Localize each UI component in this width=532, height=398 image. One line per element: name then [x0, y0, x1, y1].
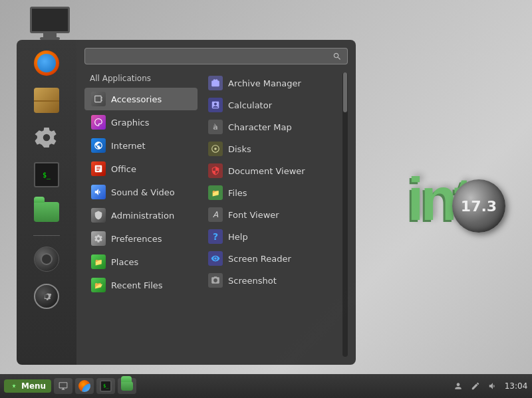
terminal-icon: $_ — [34, 162, 59, 187]
gear-icon — [35, 126, 59, 149]
taskbar-terminal-icon: $_ — [100, 380, 112, 392]
screen-reader-icon — [208, 251, 223, 266]
places-icon: 📁 — [91, 254, 106, 269]
menu-panel: All Applications Accessories Graphics In… — [76, 40, 356, 365]
taskbar-folder-icon — [121, 381, 133, 391]
category-graphics[interactable]: Graphics — [84, 111, 198, 134]
scrollbar-thumb[interactable] — [343, 72, 347, 112]
recent-files-icon: 📂 — [91, 278, 106, 292]
recent-files-label: Recent Files — [111, 280, 163, 290]
sidebar-divider — [33, 235, 60, 236]
start-button[interactable]: Menu — [4, 379, 51, 393]
help-label: Help — [228, 232, 248, 242]
app-screenshot[interactable]: Screenshot — [203, 270, 340, 291]
app-font-viewer[interactable]: A Font Viewer — [203, 204, 340, 225]
office-label: Office — [111, 164, 136, 174]
category-preferences[interactable]: Preferences — [84, 227, 198, 250]
start-label: Menu — [21, 381, 46, 391]
category-administration[interactable]: Administration — [84, 204, 198, 227]
apps-column: Archive Manager Calculator à Character M… — [198, 72, 340, 357]
office-icon — [91, 161, 106, 176]
internet-label: Internet — [111, 141, 146, 151]
preferences-icon — [91, 231, 106, 246]
character-map-icon: à — [208, 120, 223, 134]
categories-column: All Applications Accessories Graphics In… — [84, 72, 198, 357]
monitor-icon — [30, 7, 70, 40]
sidebar-item-terminal[interactable]: $_ — [30, 158, 63, 191]
category-places[interactable]: 📁 Places — [84, 250, 198, 273]
app-character-map[interactable]: à Character Map — [203, 116, 340, 138]
sidebar-item-firefox[interactable] — [30, 47, 63, 80]
app-help[interactable]: ? Help — [203, 226, 340, 247]
taskbar-right: 13:04 — [452, 380, 528, 392]
app-document-viewer[interactable]: Document Viewer — [203, 160, 340, 181]
app-screen-reader[interactable]: Screen Reader — [203, 248, 340, 269]
files-label: Files — [228, 188, 247, 198]
folder-icon — [34, 202, 59, 222]
app-files[interactable]: 📁 Files — [203, 182, 340, 203]
menu-content: All Applications Accessories Graphics In… — [84, 72, 348, 357]
category-accessories[interactable]: Accessories — [84, 88, 198, 110]
sidebar-item-settings[interactable] — [30, 121, 63, 154]
internet-icon — [91, 138, 106, 153]
screenshot-label: Screenshot — [228, 276, 277, 286]
taskbar-firefox-icon — [78, 380, 90, 392]
app-disks[interactable]: Disks — [203, 138, 340, 159]
screen-reader-label: Screen Reader — [228, 254, 291, 264]
category-sound-video[interactable]: Sound & Video — [84, 181, 198, 203]
disks-label: Disks — [228, 144, 251, 154]
accessories-icon — [91, 92, 106, 106]
scrollbar-track — [342, 72, 348, 357]
calculator-icon — [208, 98, 223, 112]
taskbar-files[interactable] — [118, 378, 136, 394]
sidebar-item-file-manager[interactable] — [30, 195, 63, 229]
disks-icon — [208, 142, 223, 156]
sound-video-label: Sound & Video — [111, 187, 175, 197]
user-icon[interactable] — [452, 380, 464, 392]
app-archive-manager[interactable]: Archive Manager — [203, 72, 340, 94]
firefox-icon — [34, 50, 59, 76]
taskbar-firefox[interactable] — [75, 378, 94, 394]
category-internet[interactable]: Internet — [84, 134, 198, 157]
app-calculator[interactable]: Calculator — [203, 94, 340, 116]
help-icon: ? — [208, 229, 223, 244]
calculator-label: Calculator — [228, 100, 272, 110]
administration-icon — [91, 208, 106, 223]
screenshot-icon — [208, 273, 223, 288]
taskbar-terminal[interactable]: $_ — [96, 378, 115, 394]
sidebar: $_ — [17, 40, 76, 365]
document-viewer-icon — [208, 163, 223, 178]
show-desktop-button[interactable] — [54, 378, 72, 394]
desktop-icon — [59, 381, 68, 391]
monitor-screen — [30, 7, 70, 33]
clock: 13:04 — [504, 380, 528, 392]
category-recent-files[interactable]: 📂 Recent Files — [84, 274, 198, 296]
accessories-label: Accessories — [111, 94, 162, 104]
administration-label: Administration — [111, 211, 174, 221]
version-badge: 17.3 — [452, 179, 505, 233]
sound-video-icon — [91, 185, 106, 199]
font-viewer-icon: A — [208, 207, 223, 222]
character-map-label: Character Map — [228, 122, 292, 132]
search-icon — [332, 52, 342, 61]
category-office[interactable]: Office — [84, 157, 198, 180]
search-bar — [84, 48, 348, 64]
mint-logo-icon — [9, 381, 19, 391]
sidebar-item-package-manager[interactable] — [30, 84, 63, 117]
archive-manager-label: Archive Manager — [228, 78, 301, 88]
graphics-label: Graphics — [111, 118, 149, 128]
search-input[interactable] — [90, 51, 332, 61]
files-icon: 📁 — [208, 185, 223, 200]
font-viewer-label: Font Viewer — [228, 210, 279, 220]
volume-icon[interactable] — [487, 380, 499, 392]
package-icon — [34, 88, 59, 113]
disk-icon — [34, 247, 59, 272]
preferences-label: Preferences — [111, 234, 162, 244]
all-apps-label: All Applications — [84, 72, 198, 87]
sidebar-item-disk2[interactable] — [30, 280, 63, 313]
graphics-icon — [91, 115, 106, 130]
edit-icon[interactable] — [469, 380, 481, 392]
document-viewer-label: Document Viewer — [228, 166, 305, 176]
places-label: Places — [111, 257, 138, 267]
sidebar-item-disk1[interactable] — [30, 243, 63, 276]
